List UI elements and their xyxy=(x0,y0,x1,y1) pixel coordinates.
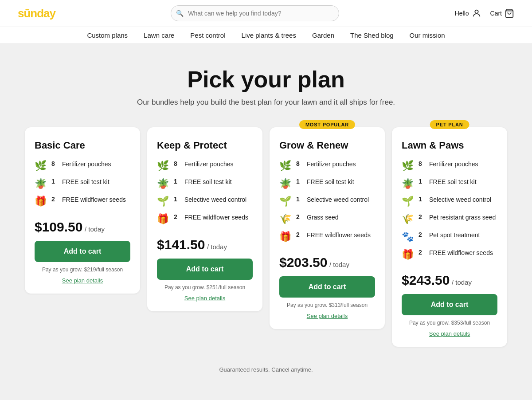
feature-item: 🌾 2 Pet resistant grass seed xyxy=(402,213,497,225)
plan-card-grow-renew: MOST POPULAR Grow & Renew 🌿 8 Fertilizer… xyxy=(270,127,385,329)
price-wrap: $243.50 / today xyxy=(402,273,497,288)
feature-text: Fertilizer pouches xyxy=(184,160,234,168)
feature-qty: 2 xyxy=(51,196,58,203)
feature-qty: 1 xyxy=(174,196,180,203)
nav-live-plants[interactable]: Live plants & trees xyxy=(242,31,296,39)
price-suffix: / today xyxy=(452,278,472,286)
nav-custom-plans[interactable]: Custom plans xyxy=(87,31,128,39)
card-title: Keep & Protect xyxy=(157,140,253,151)
user-icon xyxy=(472,8,481,18)
search-icon: 🔍 xyxy=(176,10,184,17)
feature-text: FREE soil test kit xyxy=(62,178,110,186)
feature-item: 🌿 8 Fertilizer pouches xyxy=(402,160,497,172)
see-plan-details-link[interactable]: See plan details xyxy=(402,330,497,337)
feature-text: Fertilizer pouches xyxy=(429,160,478,168)
see-plan-details-link[interactable]: See plan details xyxy=(157,295,253,302)
add-to-cart-button[interactable]: Add to cart xyxy=(279,276,375,298)
feature-qty: 2 xyxy=(174,213,180,220)
feature-qty: 1 xyxy=(51,178,58,185)
footer-note: Guaranteed results. Cancel anytime. xyxy=(0,360,532,379)
feature-text: Pet spot treatment xyxy=(429,231,480,239)
nav-pest-control[interactable]: Pest control xyxy=(190,31,225,39)
feature-text: FREE soil test kit xyxy=(307,178,354,186)
feature-icon: 🌿 xyxy=(279,160,292,172)
feature-icon: 🪴 xyxy=(279,178,292,189)
card-price: $243.50 xyxy=(402,273,450,287)
plan-card-basic-care: Basic Care 🌿 8 Fertilizer pouches 🪴 1 FR… xyxy=(25,127,140,294)
hero-subtitle: Our bundles help you build the best plan… xyxy=(9,98,523,107)
feature-item: 🌿 8 Fertilizer pouches xyxy=(157,160,253,172)
feature-icon: 🪴 xyxy=(402,178,414,189)
price-suffix: / today xyxy=(207,243,227,251)
feature-icon: 🌿 xyxy=(35,160,47,172)
plan-card-keep-protect: Keep & Protect 🌿 8 Fertilizer pouches 🪴 … xyxy=(147,127,262,311)
feature-item: 🐾 2 Pet spot treatment xyxy=(402,231,497,243)
feature-item: 🎁 2 FREE wildflower seeds xyxy=(402,249,497,260)
feature-icon: 🌿 xyxy=(157,160,169,172)
add-to-cart-button[interactable]: Add to cart xyxy=(402,294,497,315)
nav-our-mission[interactable]: Our mission xyxy=(410,31,445,39)
feature-text: FREE wildflower seeds xyxy=(184,213,248,221)
feature-qty: 1 xyxy=(296,178,302,185)
feature-icon: 🌾 xyxy=(279,213,292,225)
feature-item: 🎁 2 FREE wildflower seeds xyxy=(35,196,130,207)
card-title: Basic Care xyxy=(35,140,130,151)
feature-item: 🪴 1 FREE soil test kit xyxy=(35,178,130,189)
feature-text: Pet resistant grass seed xyxy=(429,213,496,221)
add-to-cart-button[interactable]: Add to cart xyxy=(35,241,130,262)
feature-icon: 🐾 xyxy=(402,231,414,243)
pay-text: Pay as you grow. $251/full season xyxy=(157,284,253,290)
plan-cards: Basic Care 🌿 8 Fertilizer pouches 🪴 1 FR… xyxy=(9,127,523,347)
cart-label: Cart xyxy=(490,10,502,17)
search-input[interactable] xyxy=(171,5,339,21)
card-badge-grow-renew: MOST POPULAR xyxy=(299,120,355,129)
feature-item: 🎁 2 FREE wildflower seeds xyxy=(279,231,375,243)
hero-section: Pick your plan Our bundles help you buil… xyxy=(0,44,532,123)
features-list: 🌿 8 Fertilizer pouches 🪴 1 FREE soil tes… xyxy=(402,160,497,260)
feature-item: 🪴 1 FREE soil test kit xyxy=(279,178,375,189)
feature-icon: 🌱 xyxy=(279,196,292,207)
feature-icon: 🌿 xyxy=(402,160,414,172)
pay-text: Pay as you grow. $353/full season xyxy=(402,320,497,326)
feature-item: 🌾 2 Grass seed xyxy=(279,213,375,225)
header: sūnday 🔍 Hello Cart xyxy=(0,0,532,27)
feature-item: 🌱 1 Selective weed control xyxy=(157,196,253,207)
feature-text: Fertilizer pouches xyxy=(307,160,356,168)
features-list: 🌿 8 Fertilizer pouches 🪴 1 FREE soil tes… xyxy=(279,160,375,243)
logo[interactable]: sūnday xyxy=(18,7,55,20)
hello-label: Hello xyxy=(455,10,469,17)
nav-garden[interactable]: Garden xyxy=(312,31,334,39)
hello-button[interactable]: Hello xyxy=(455,8,481,18)
features-list: 🌿 8 Fertilizer pouches 🪴 1 FREE soil tes… xyxy=(35,160,130,207)
feature-icon: 🪴 xyxy=(35,178,47,189)
feature-icon: 🎁 xyxy=(402,249,414,260)
cart-button[interactable]: Cart xyxy=(490,8,514,18)
feature-icon: 🌱 xyxy=(402,196,414,207)
feature-qty: 1 xyxy=(419,196,425,203)
feature-text: FREE soil test kit xyxy=(429,178,477,186)
card-title: Grow & Renew xyxy=(279,140,375,151)
svg-point-0 xyxy=(475,10,478,13)
logo-text: sūnday xyxy=(18,7,55,20)
feature-text: Grass seed xyxy=(307,213,339,221)
feature-qty: 2 xyxy=(419,213,425,220)
see-plan-details-link[interactable]: See plan details xyxy=(35,277,130,284)
feature-item: 🪴 1 FREE soil test kit xyxy=(157,178,253,189)
feature-qty: 1 xyxy=(174,178,180,185)
feature-item: 🌱 1 Selective weed control xyxy=(279,196,375,207)
price-wrap: $109.50 / today xyxy=(35,220,130,235)
card-price: $203.50 xyxy=(279,255,327,270)
plan-card-lawn-paws: PET PLAN Lawn & Paws 🌿 8 Fertilizer pouc… xyxy=(392,127,507,347)
feature-qty: 8 xyxy=(419,160,425,167)
feature-qty: 2 xyxy=(419,249,425,256)
search-bar: 🔍 xyxy=(171,5,339,21)
nav-shed-blog[interactable]: The Shed blog xyxy=(350,31,394,39)
main-nav: Custom plans Lawn care Pest control Live… xyxy=(0,27,532,44)
add-to-cart-button[interactable]: Add to cart xyxy=(157,259,253,280)
feature-qty: 2 xyxy=(419,231,425,238)
feature-icon: 🎁 xyxy=(279,231,292,243)
feature-qty: 2 xyxy=(296,231,302,238)
card-price: $109.50 xyxy=(35,220,82,234)
nav-lawn-care[interactable]: Lawn care xyxy=(144,31,174,39)
see-plan-details-link[interactable]: See plan details xyxy=(279,313,375,319)
